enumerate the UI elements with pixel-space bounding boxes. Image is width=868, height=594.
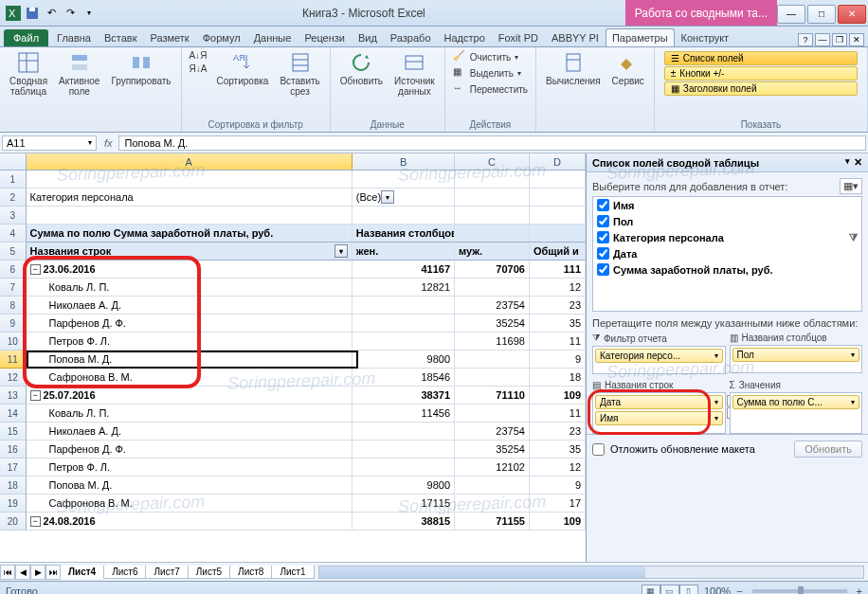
cell[interactable] — [455, 225, 530, 243]
sheet-nav-next[interactable]: ▶ — [30, 565, 45, 580]
cell[interactable]: Попова М. Д. — [27, 477, 353, 495]
zoom-in[interactable]: + — [857, 585, 862, 595]
cell[interactable] — [455, 351, 530, 369]
field-checkbox[interactable] — [597, 215, 609, 227]
field-checkbox[interactable] — [597, 263, 609, 276]
view-normal[interactable]: ▦ — [642, 585, 660, 595]
cell[interactable]: 11 — [530, 405, 586, 423]
cell[interactable]: Названия столбцов▾ — [353, 225, 455, 243]
headers-toggle[interactable]: ▦Заголовки полей — [664, 81, 858, 96]
tab-layout[interactable]: Разметк — [144, 28, 196, 46]
cell[interactable]: Парфенов Д. Ф. — [27, 441, 353, 459]
formula-bar[interactable]: Попова М. Д. — [118, 135, 866, 151]
sheet-tab[interactable]: Лист4 — [60, 566, 104, 579]
select-button[interactable]: ▦Выделить ▾ — [451, 65, 530, 81]
cell[interactable]: 9 — [530, 477, 586, 495]
save-icon[interactable] — [25, 6, 40, 21]
cell[interactable]: 18 — [530, 369, 586, 387]
sheet-tab[interactable]: Лист6 — [103, 566, 146, 579]
row-header[interactable]: 19 — [0, 495, 27, 513]
row-header[interactable]: 17 — [0, 459, 27, 477]
row-header[interactable]: 2 — [0, 189, 27, 207]
field-checkbox[interactable] — [597, 247, 609, 260]
chip-row-name[interactable]: Имя▾ — [595, 411, 723, 425]
tab-pivot-design[interactable]: Конструкт — [675, 28, 736, 46]
cell[interactable]: 71110 — [455, 387, 530, 405]
chip-filter[interactable]: Категория персо...▾ — [595, 349, 723, 363]
close-button[interactable]: ✕ — [838, 5, 866, 24]
chip-column[interactable]: Пол▾ — [732, 348, 860, 362]
cell[interactable]: Петров Ф. Л. — [27, 459, 353, 477]
tab-abbyy[interactable]: ABBYY PI — [545, 28, 606, 46]
row-header[interactable]: 15 — [0, 423, 27, 441]
cell[interactable]: 9800 — [353, 477, 455, 495]
row-header[interactable]: 18 — [0, 477, 27, 495]
cell[interactable]: Названия строк▾ — [27, 243, 353, 261]
field-item[interactable]: Имя — [593, 197, 861, 213]
field-list-toggle[interactable]: ☰Список полей — [664, 51, 858, 65]
cell[interactable] — [455, 477, 530, 495]
field-list-dropdown[interactable]: ▾ — [845, 156, 850, 169]
tab-addins[interactable]: Надстро — [438, 28, 492, 46]
cell[interactable] — [530, 207, 586, 225]
cell[interactable]: Сафронова В. М. — [27, 369, 353, 387]
cell[interactable]: 38371 — [353, 387, 455, 405]
cell[interactable]: 35254 — [455, 315, 530, 333]
cell[interactable]: Николаев А. Д. — [27, 297, 353, 315]
columns-area[interactable]: ▥Названия столбцов Пол▾ — [730, 331, 863, 374]
row-header[interactable]: 4 — [0, 225, 27, 243]
mdi-minimize[interactable]: — — [815, 33, 830, 46]
pivot-table-button[interactable]: Сводная таблица — [6, 49, 51, 99]
filter-button[interactable]: ▾ — [381, 190, 394, 204]
mdi-close[interactable]: ✕ — [849, 33, 864, 46]
row-header[interactable]: 9 — [0, 315, 27, 333]
row-header[interactable]: 8 — [0, 297, 27, 315]
move-button[interactable]: ↔Переместить — [451, 81, 530, 97]
row-header[interactable]: 10 — [0, 333, 27, 351]
cell[interactable]: 23 — [530, 423, 586, 441]
cell[interactable]: 11 — [530, 333, 586, 351]
cell[interactable] — [530, 225, 586, 243]
view-page-layout[interactable]: ▭ — [660, 585, 679, 595]
cell[interactable]: Сумма по полю Сумма заработной платы, ру… — [27, 225, 353, 243]
active-field-button[interactable]: Активное поле — [55, 49, 103, 99]
tab-insert[interactable]: Вставк — [98, 28, 144, 46]
row-header[interactable]: 3 — [0, 207, 27, 225]
cell[interactable]: 11698 — [455, 333, 530, 351]
spreadsheet-grid[interactable]: A B C D 12Категория персонала(Все)▾34Сум… — [0, 153, 586, 562]
sort-asc-button[interactable]: А↓Я — [188, 49, 209, 62]
cell[interactable] — [530, 171, 586, 189]
sort-desc-button[interactable]: Я↓А — [188, 63, 209, 75]
zoom-out[interactable]: − — [736, 585, 742, 595]
cell[interactable] — [27, 171, 353, 189]
row-header[interactable]: 11 — [0, 351, 27, 369]
cell[interactable]: 41167 — [353, 261, 455, 279]
cell[interactable]: 109 — [530, 513, 586, 531]
row-header[interactable]: 14 — [0, 405, 27, 423]
tab-pivot-options[interactable]: Параметры — [606, 28, 675, 46]
mdi-restore[interactable]: ❐ — [832, 33, 847, 46]
cell[interactable] — [530, 189, 586, 207]
sort-button[interactable]: АЯ Сортировка — [212, 49, 272, 88]
cell[interactable]: 12102 — [455, 459, 530, 477]
defer-checkbox[interactable] — [592, 443, 605, 456]
cell[interactable]: 9800 — [353, 351, 455, 369]
calc-button[interactable]: Вычисления — [542, 49, 605, 88]
cell[interactable]: 109 — [530, 387, 586, 405]
cell[interactable]: 12 — [530, 459, 586, 477]
values-area[interactable]: ΣЗначения Сумма по полю С...▾ — [730, 378, 863, 434]
cell[interactable] — [455, 189, 530, 207]
row-header[interactable]: 6 — [0, 261, 27, 279]
field-list-close[interactable]: ✕ — [854, 156, 862, 169]
maximize-button[interactable]: □ — [807, 5, 836, 24]
undo-icon[interactable]: ↶ — [44, 6, 59, 21]
cell[interactable]: Коваль Л. П. — [27, 405, 353, 423]
select-all-corner[interactable] — [0, 153, 27, 170]
cell[interactable] — [455, 207, 530, 225]
clear-button[interactable]: 🧹Очистить ▾ — [451, 49, 530, 64]
rows-area[interactable]: ▤Названия строк Дата▾ Имя▾ ▴ ▾ — [592, 378, 726, 434]
horizontal-scrollbar[interactable] — [318, 566, 864, 579]
tab-data[interactable]: Данные — [247, 28, 298, 46]
tab-formulas[interactable]: Формул — [196, 28, 247, 46]
field-item[interactable]: Сумма заработной платы, руб. — [593, 261, 861, 278]
